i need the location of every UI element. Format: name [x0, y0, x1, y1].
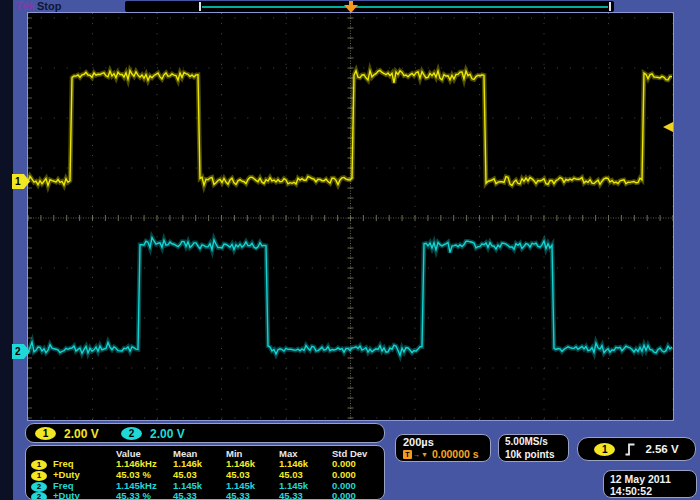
measurement-table: Value Mean Min Max Std Dev 1 Freq 1.146k… [25, 445, 385, 500]
trigger-position-arrow-icon[interactable] [344, 5, 358, 13]
ch1-badge[interactable]: 1 [35, 427, 56, 440]
header-bar: Tek Stop [0, 0, 700, 13]
datetime-box: 12 May 2011 14:50:52 [603, 470, 697, 498]
channel-scale-bar[interactable]: 1 2.00 V 2 2.00 V [25, 423, 385, 443]
meas-std: 0.000 [332, 491, 380, 500]
record-view-waveform [202, 6, 608, 8]
meas-min: 45.33 [226, 491, 279, 500]
trigger-delay-value: 0.00000 s [432, 448, 479, 460]
ch1-badge: 1 [31, 460, 47, 470]
waveform-display [28, 13, 673, 420]
record-length: 10k points [505, 449, 568, 462]
horizontal-settings-box[interactable]: 200µs T → ▼ 0.00000 s [395, 434, 491, 462]
acquisition-settings-box[interactable]: 5.00MS/s 10k points [498, 434, 569, 462]
waveform-svg [28, 13, 673, 420]
trigger-level-value: 2.56 V [645, 443, 678, 455]
timebase-scale: 200µs [403, 436, 490, 448]
date-label: 12 May 2011 [610, 473, 696, 486]
trigger-settings-box[interactable]: 1 2.56 V [577, 437, 696, 461]
meas-value: 45.33 % [116, 491, 173, 500]
ch1-scale: 2.00 V [64, 426, 99, 442]
trigger-delay-readout: T → ▼ 0.00000 s [403, 448, 490, 460]
meas-mean: 45.33 [173, 491, 226, 500]
time-label: 14:50:52 [610, 485, 696, 498]
ch2-badge: 2 [31, 492, 47, 500]
ch2-badge: 2 [31, 482, 47, 492]
arrow-right-icon: → [413, 450, 420, 459]
record-view-right-bracket [609, 2, 611, 11]
tek-logo: Tek [15, 0, 35, 13]
sample-rate: 5.00MS/s [505, 436, 568, 449]
trigger-t-icon: T [403, 450, 412, 459]
ch2-scale: 2.00 V [150, 426, 185, 442]
record-view-left-bracket [199, 2, 201, 11]
record-view-bar[interactable] [125, 1, 614, 12]
trigger-source-badge: 1 [594, 443, 615, 456]
ch2-badge[interactable]: 2 [121, 427, 142, 440]
meas-name: +Duty [53, 491, 116, 500]
table-row: 1 +Duty 45.03 % 45.03 45.03 45.03 0.000 [31, 470, 384, 481]
oscilloscope-screen: Tek Stop T 1 2 1 2.00 V 2 2.00 V Value M… [0, 0, 700, 500]
triangle-down-icon: ▼ [421, 450, 428, 459]
left-bezel-strip [0, 0, 13, 500]
ch1-badge: 1 [31, 471, 47, 481]
meas-max: 45.33 [279, 491, 332, 500]
acquisition-status: Stop [37, 0, 61, 13]
rising-edge-slope-icon [624, 442, 636, 457]
trigger-level-arrow-icon[interactable] [663, 122, 673, 132]
table-row: 2 +Duty 45.33 % 45.33 45.33 45.33 0.000 [31, 491, 384, 500]
